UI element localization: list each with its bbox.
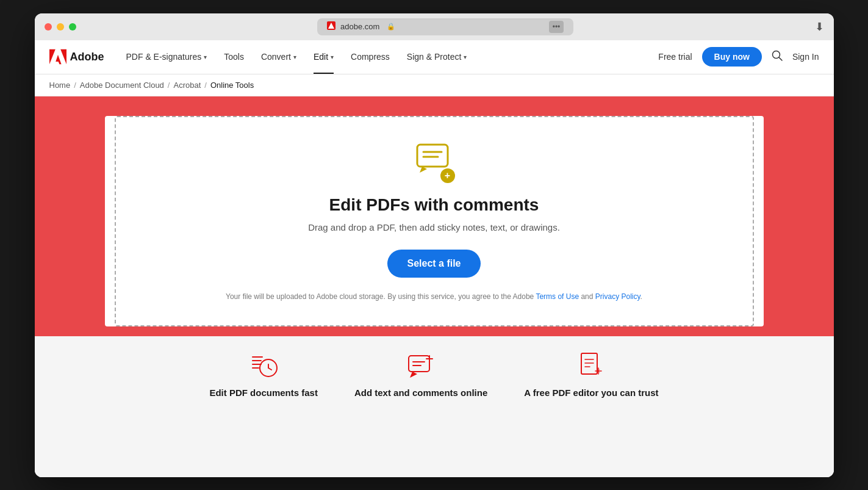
upload-note: Your file will be uploaded to Adobe clou…: [226, 292, 642, 301]
breadcrumb-sep-2: /: [168, 81, 170, 90]
breadcrumb-current: Online Tools: [210, 81, 254, 90]
terms-link[interactable]: Terms of Use: [536, 292, 579, 301]
url-options-button[interactable]: •••: [549, 21, 564, 33]
adobe-logo[interactable]: Adobe: [49, 48, 104, 65]
trust-icon: [576, 351, 606, 380]
adobe-favicon: [327, 21, 335, 32]
feature-edit-fast: Edit PDF documents fast: [209, 351, 318, 398]
upload-card: + Edit PDFs with comments Drag and drop …: [105, 116, 764, 326]
comments-online-icon: [406, 351, 436, 380]
svg-line-8: [268, 368, 271, 370]
upload-title: Edit PDFs with comments: [329, 195, 539, 215]
nav-pdf-esignatures[interactable]: PDF & E-signatures ▾: [119, 40, 215, 74]
maximize-button[interactable]: [69, 23, 76, 31]
address-bar: adobe.com 🔒 •••: [84, 18, 808, 35]
breadcrumb-sep-3: /: [204, 81, 207, 90]
feature-1-title: Edit PDF documents fast: [209, 387, 318, 398]
download-icon[interactable]: ⬇: [815, 20, 824, 34]
site-content: Adobe PDF & E-signatures ▾ Tools Convert…: [35, 40, 834, 477]
chevron-down-icon-convert: ▾: [293, 54, 296, 60]
svg-rect-13: [409, 356, 429, 372]
nav-convert[interactable]: Convert ▾: [254, 40, 304, 74]
comment-icon-wrapper: +: [416, 142, 453, 181]
breadcrumb: Home / Adobe Document Cloud / Acrobat / …: [35, 74, 834, 96]
nav-compress[interactable]: Compress: [343, 40, 397, 74]
nav-sign-protect[interactable]: Sign & Protect ▾: [400, 40, 475, 74]
search-icon[interactable]: [772, 50, 783, 64]
minimize-button[interactable]: [57, 23, 64, 31]
nav-free-trial[interactable]: Free trial: [658, 52, 692, 62]
select-file-button[interactable]: Select a file: [387, 250, 480, 278]
feature-3-title: A free PDF editor you can trust: [524, 387, 658, 398]
adobe-brand-text: Adobe: [70, 51, 104, 63]
hero-container: + Edit PDFs with comments Drag and drop …: [35, 96, 834, 336]
url-bar[interactable]: adobe.com 🔒 •••: [317, 18, 573, 35]
close-button[interactable]: [45, 23, 52, 31]
chevron-down-icon-edit: ▾: [331, 54, 334, 60]
breadcrumb-sep-1: /: [74, 81, 76, 90]
upload-subtitle: Drag and drop a PDF, then add sticky not…: [308, 222, 560, 232]
feature-2-title: Add text and comments online: [354, 387, 487, 398]
nav-tools[interactable]: Tools: [217, 40, 251, 74]
lock-icon: 🔒: [387, 23, 395, 31]
svg-line-2: [779, 57, 782, 60]
chevron-down-icon: ▾: [204, 54, 207, 60]
breadcrumb-adobe-doc-cloud[interactable]: Adobe Document Cloud: [80, 81, 164, 90]
features-section: Edit PDF documents fast: [35, 336, 834, 477]
nav-actions: Free trial Buy now Sign In: [658, 47, 819, 67]
feature-trust: A free PDF editor you can trust: [524, 351, 658, 398]
plus-circle-icon: +: [440, 168, 455, 183]
nav-brand: Adobe: [49, 48, 104, 65]
svg-rect-3: [417, 145, 448, 167]
privacy-link[interactable]: Privacy Policy: [595, 292, 640, 301]
svg-rect-18: [581, 353, 597, 374]
features-grid: Edit PDF documents fast: [105, 351, 764, 398]
browser-titlebar: adobe.com 🔒 ••• ⬇: [35, 13, 834, 40]
feature-comments: Add text and comments online: [354, 351, 487, 398]
breadcrumb-home[interactable]: Home: [49, 81, 71, 90]
upload-zone[interactable]: + Edit PDFs with comments Drag and drop …: [115, 116, 754, 326]
buy-now-button[interactable]: Buy now: [702, 47, 762, 67]
traffic-lights: [45, 23, 76, 31]
chevron-down-icon-sign: ▾: [464, 54, 467, 60]
navigation: Adobe PDF & E-signatures ▾ Tools Convert…: [35, 40, 834, 74]
main-area: + Edit PDFs with comments Drag and drop …: [35, 96, 834, 477]
sign-in-link[interactable]: Sign In: [792, 52, 819, 62]
nav-links: PDF & E-signatures ▾ Tools Convert ▾ Edi…: [119, 40, 659, 74]
dots-icon: •••: [553, 23, 561, 31]
nav-edit[interactable]: Edit ▾: [306, 40, 341, 74]
edit-fast-icon: [249, 351, 278, 380]
breadcrumb-acrobat[interactable]: Acrobat: [173, 81, 201, 90]
url-text: adobe.com: [340, 22, 379, 31]
adobe-logo-svg: [49, 48, 66, 65]
